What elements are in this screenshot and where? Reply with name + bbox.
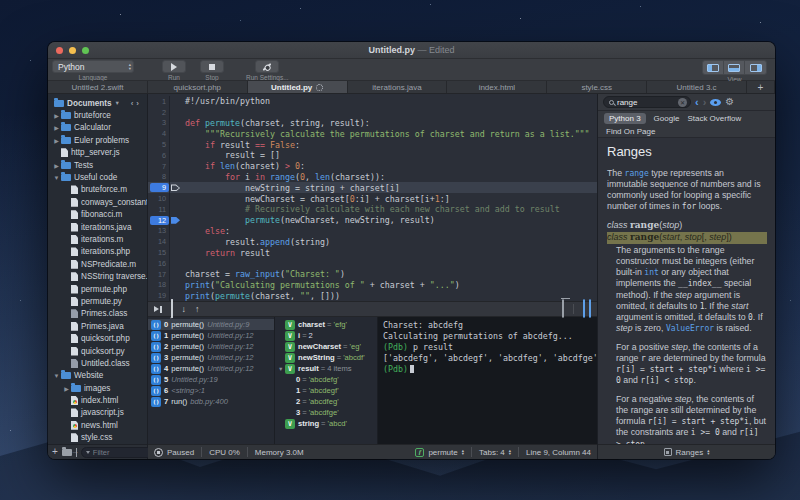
tree-item-news-html[interactable]: news.html xyxy=(48,419,147,431)
disclosure-icon[interactable]: ▼ xyxy=(52,373,61,379)
code-line-10[interactable]: 10 newCharset = charset[0:i] + charset[i… xyxy=(148,193,597,204)
tree-item-nspredicate-m[interactable]: NSPredicate.m xyxy=(48,258,147,270)
toggle-left-sidebar-button[interactable] xyxy=(703,61,724,74)
line-number-9[interactable]: 9 xyxy=(150,183,169,192)
doc-tab-python-3[interactable]: Python 3 xyxy=(604,113,646,124)
tab-quicksort-php[interactable]: quicksort.php xyxy=(148,81,248,93)
history-back-button[interactable]: ‹ xyxy=(695,97,699,108)
disclosure-icon[interactable]: ▶ xyxy=(52,124,61,131)
execution-pointer[interactable] xyxy=(169,182,181,193)
reader-mode-icon[interactable] xyxy=(710,99,721,106)
line-number-8[interactable]: 8 xyxy=(148,172,169,181)
code-line-4[interactable]: 4 """Recursively calculate the permutati… xyxy=(148,128,597,139)
doc-content[interactable]: Ranges The range type represents an immu… xyxy=(598,138,775,444)
stack-frame-0[interactable]: ()0permute()Untitled.py:9 xyxy=(148,319,274,330)
tree-item-tests[interactable]: ▶Tests xyxy=(48,159,147,171)
tree-item-javascript-js[interactable]: javascript.js xyxy=(48,407,147,419)
tree-item-fibonacci-m[interactable]: fibonacci.m xyxy=(48,209,147,221)
tree-item-style-css[interactable]: style.css xyxy=(48,432,147,444)
tree-item-euler-problems[interactable]: ▶Euler problems xyxy=(48,134,147,146)
variable-i[interactable]: Vi=2 xyxy=(275,330,377,341)
code-line-18[interactable]: 18print("Calculating permutations of " +… xyxy=(148,280,597,291)
step-out-button[interactable]: ↑ xyxy=(195,305,200,314)
line-number-5[interactable]: 5 xyxy=(148,140,169,149)
line-number-2[interactable]: 2 xyxy=(148,108,169,117)
code-line-8[interactable]: 8 for i in range(0, len(charset)): xyxy=(148,172,597,183)
variable-0[interactable]: 0='abcdefg' xyxy=(275,374,377,385)
line-number-14[interactable]: 14 xyxy=(148,237,169,246)
run-button[interactable] xyxy=(162,60,186,73)
stack-frame-1[interactable]: ()1permute()Untitled.py:12 xyxy=(148,330,274,341)
line-number-15[interactable]: 15 xyxy=(148,248,169,257)
tree-item-quicksort-php[interactable]: quicksort.php xyxy=(48,332,147,344)
new-file-button[interactable]: + xyxy=(52,448,58,456)
line-number-16[interactable]: 16 xyxy=(148,259,169,268)
code-line-2[interactable]: 2 xyxy=(148,107,597,118)
tree-item-untitled-class[interactable]: Untitled.class xyxy=(48,357,147,369)
window-titlebar[interactable]: Untitled.py — Edited xyxy=(48,42,775,59)
tree-item-permute-py[interactable]: permute.py xyxy=(48,295,147,307)
code-line-9[interactable]: 9 newString = string + charset[i] xyxy=(148,182,597,193)
tree-item-bruteforce-m[interactable]: bruteforce.m xyxy=(48,184,147,196)
code-line-7[interactable]: 7 if len(charset) > 0: xyxy=(148,161,597,172)
continue-button[interactable] xyxy=(154,306,162,313)
import-button[interactable] xyxy=(76,448,77,457)
variable-newstring[interactable]: VnewString='abcdf' xyxy=(275,352,377,363)
tab-untitled-3-c[interactable]: Untitled 3.c xyxy=(647,81,747,93)
console-split-button[interactable] xyxy=(583,300,585,318)
tree-item-primes-java[interactable]: Primes.java xyxy=(48,320,147,332)
tree-item-iterations-php[interactable]: iterations.php xyxy=(48,246,147,258)
code-editor[interactable]: 1#!/usr/bin/python23def permute(charset,… xyxy=(148,94,597,301)
line-number-4[interactable]: 4 xyxy=(148,129,169,138)
code-line-15[interactable]: 15 return result xyxy=(148,247,597,258)
code-line-16[interactable]: 16 xyxy=(148,258,597,269)
stack-frame-7[interactable]: ()7run()bdb.py:400 xyxy=(148,396,274,407)
step-over-button[interactable] xyxy=(171,300,173,318)
variable-1[interactable]: 1='abcdegf' xyxy=(275,385,377,396)
disclosure-icon[interactable]: ▼ xyxy=(52,175,61,181)
variable-charset[interactable]: Vcharset='efg' xyxy=(275,319,377,330)
tab-untitled-2-swift[interactable]: Untitled 2.swift xyxy=(48,81,148,93)
disclosure-icon[interactable]: ▶ xyxy=(52,112,61,119)
line-number-13[interactable]: 13 xyxy=(148,226,169,235)
tab-width-dropdown[interactable]: Tabs: 4 ▴▾ xyxy=(479,448,511,457)
line-number-3[interactable]: 3 xyxy=(148,118,169,127)
line-number-12[interactable]: 12 xyxy=(150,216,169,225)
code-line-3[interactable]: 3def permute(charset, string, result): xyxy=(148,118,597,129)
variable-result[interactable]: ▼Vresult=4 items xyxy=(275,363,377,374)
tree-item-conways-constant-m[interactable]: conways_constant.m xyxy=(48,196,147,208)
line-number-17[interactable]: 17 xyxy=(148,270,169,279)
line-number-19[interactable]: 19 xyxy=(148,291,169,300)
tree-item-index-html[interactable]: index.html xyxy=(48,394,147,406)
line-number-6[interactable]: 6 xyxy=(148,151,169,160)
debug-console[interactable]: Charset: abcdefgCalculating permutations… xyxy=(378,317,597,444)
breakpoint-marker[interactable] xyxy=(169,215,181,226)
code-line-5[interactable]: 5 if result == False: xyxy=(148,139,597,150)
disclosure-icon[interactable]: ▶ xyxy=(62,385,71,392)
doc-tab-google[interactable]: Google xyxy=(654,114,680,123)
tree-item-website[interactable]: ▼Website xyxy=(48,370,147,382)
variable-newcharset[interactable]: VnewCharset='eg' xyxy=(275,341,377,352)
code-line-6[interactable]: 6 result = [] xyxy=(148,150,597,161)
code-line-17[interactable]: 17charset = raw_input("Charset: ") xyxy=(148,269,597,280)
code-line-1[interactable]: 1#!/usr/bin/python xyxy=(148,96,597,107)
line-number-18[interactable]: 18 xyxy=(148,280,169,289)
stack-frame-6[interactable]: ()6<string>:1 xyxy=(148,385,274,396)
code-line-19[interactable]: 19print(permute(charset, "", [])) xyxy=(148,290,597,301)
line-number-11[interactable]: 11 xyxy=(148,205,169,214)
stack-frame-2[interactable]: ()2permute()Untitled.py:12 xyxy=(148,341,274,352)
language-select[interactable]: Python ▴▾ xyxy=(52,60,134,73)
tree-item-permute-php[interactable]: permute.php xyxy=(48,283,147,295)
clear-search-icon[interactable]: ✕ xyxy=(678,98,687,107)
variable-2[interactable]: 2='abcdfeg' xyxy=(275,396,377,407)
tree-root-header[interactable]: Documents▼‹› xyxy=(48,97,147,109)
tree-item-images[interactable]: ▶images xyxy=(48,382,147,394)
run-settings-button[interactable] xyxy=(255,60,279,73)
doc-bottom-bar[interactable]: Ranges ▴▾ xyxy=(598,444,775,459)
variable-3[interactable]: 3='abcdfge' xyxy=(275,407,377,418)
clear-console-button[interactable] xyxy=(562,300,564,318)
symbol-dropdown[interactable]: f permute ▴▾ xyxy=(415,448,464,457)
tab-iterations-java[interactable]: iterations.java xyxy=(348,81,448,93)
code-line-14[interactable]: 14 result.append(string) xyxy=(148,236,597,247)
new-tab-button[interactable]: + xyxy=(747,81,775,93)
